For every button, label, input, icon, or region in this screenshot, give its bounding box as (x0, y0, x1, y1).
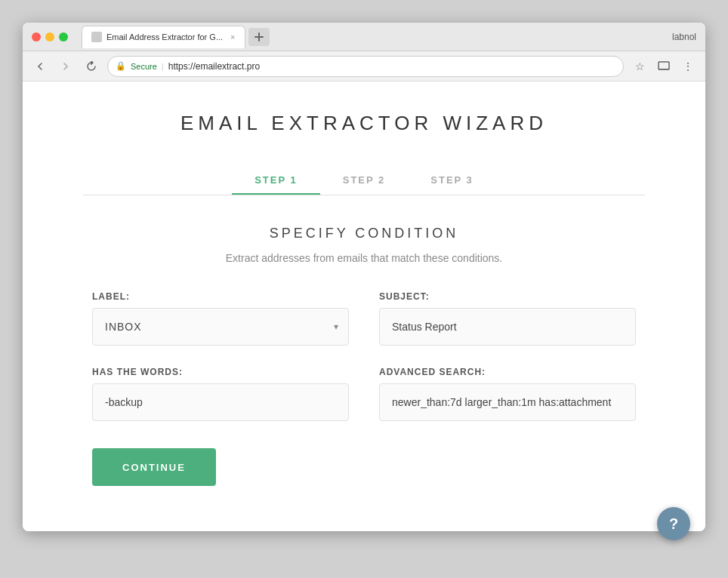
new-tab-button[interactable] (248, 28, 270, 46)
forward-button[interactable] (56, 57, 76, 76)
subject-input[interactable] (379, 308, 636, 346)
subject-field-label: SUBJECT: (379, 291, 636, 302)
maximize-window-button[interactable] (59, 32, 68, 42)
toolbar-actions: ☆ ⋮ (630, 57, 698, 76)
form-grid: LABEL: INBOX SENT STARRED IMPORTANT ▾ SU… (92, 291, 636, 421)
cast-button[interactable] (654, 57, 674, 76)
label-field-label: LABEL: (92, 291, 349, 302)
user-label: labnol (672, 32, 696, 42)
step-2-tab[interactable]: STEP 2 (320, 165, 409, 195)
browser-toolbar: 🔒 Secure | https://emailextract.pro ☆ ⋮ (23, 51, 705, 81)
has-words-input[interactable] (92, 383, 349, 421)
step-3-tab[interactable]: STEP 3 (408, 165, 496, 195)
tab-area: Email Address Extractor for G... × (82, 26, 666, 48)
advanced-search-form-group: ADVANCED SEARCH: (379, 367, 636, 421)
address-url[interactable]: https://emailextract.pro (168, 61, 615, 72)
help-button[interactable]: ? (657, 507, 690, 540)
tab-title: Email Address Extractor for G... (106, 32, 223, 42)
label-form-group: LABEL: INBOX SENT STARRED IMPORTANT ▾ (92, 291, 349, 346)
tab-favicon-icon (91, 32, 102, 42)
has-words-field-label: HAS THE WORDS: (92, 367, 349, 377)
label-select-wrapper: INBOX SENT STARRED IMPORTANT ▾ (92, 308, 349, 346)
has-words-form-group: HAS THE WORDS: (92, 367, 349, 421)
page-title: EMAIL EXTRACTOR WIZARD (38, 112, 690, 135)
advanced-search-field-label: ADVANCED SEARCH: (379, 367, 636, 377)
address-bar[interactable]: 🔒 Secure | https://emailextract.pro (107, 56, 624, 77)
secure-icon: 🔒 (116, 61, 126, 71)
continue-area: CONTINUE (92, 448, 636, 486)
bookmark-button[interactable]: ☆ (630, 57, 649, 76)
label-select[interactable]: INBOX SENT STARRED IMPORTANT (92, 308, 349, 346)
svg-marker-2 (91, 61, 93, 64)
form-section-title: SPECIFY CONDITION (38, 226, 690, 241)
steps-divider (83, 195, 645, 195)
svg-rect-1 (254, 36, 264, 38)
traffic-lights (32, 32, 68, 42)
back-button[interactable] (30, 57, 50, 76)
page-content: EMAIL EXTRACTOR WIZARD STEP 1 STEP 2 STE… (23, 81, 705, 531)
refresh-button[interactable] (82, 57, 101, 76)
step-1-tab[interactable]: STEP 1 (232, 165, 320, 195)
advanced-search-input[interactable] (379, 383, 636, 421)
more-options-button[interactable]: ⋮ (678, 57, 698, 76)
secure-text: Secure (131, 62, 157, 71)
browser-tab[interactable]: Email Address Extractor for G... × (82, 26, 245, 48)
browser-window: Email Address Extractor for G... × labno… (23, 23, 705, 531)
continue-button[interactable]: CONTINUE (92, 448, 216, 486)
steps-nav: STEP 1 STEP 2 STEP 3 (38, 165, 690, 195)
browser-titlebar: Email Address Extractor for G... × labno… (23, 23, 705, 51)
minimize-window-button[interactable] (45, 32, 54, 42)
svg-rect-3 (659, 62, 669, 69)
address-divider: | (162, 62, 164, 71)
close-window-button[interactable] (32, 32, 41, 42)
form-description: Extract addresses from emails that match… (38, 252, 690, 264)
subject-form-group: SUBJECT: (379, 291, 636, 346)
tab-close-icon[interactable]: × (230, 32, 235, 42)
